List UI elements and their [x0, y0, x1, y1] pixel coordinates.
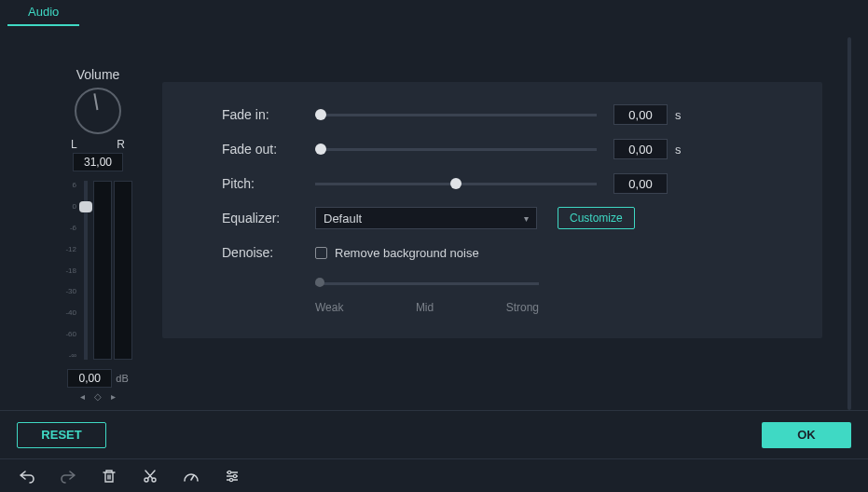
tab-bar: Audio — [0, 0, 868, 26]
denoise-checkbox-label: Remove background noise — [335, 246, 479, 260]
fade-in-slider[interactable] — [315, 105, 597, 124]
denoise-label: Denoise: — [222, 245, 315, 260]
volume-panel: Volume L R 31,00 6 0 -6 -12 -18 -30 -40 … — [47, 67, 149, 402]
redo-icon[interactable] — [60, 468, 76, 485]
main-area: Volume L R 31,00 6 0 -6 -12 -18 -30 -40 … — [0, 26, 868, 408]
pan-right-label: R — [117, 138, 125, 151]
equalizer-select[interactable]: Default ▾ — [315, 207, 537, 229]
fade-out-slider[interactable] — [315, 140, 597, 158]
volume-nav-icons: ◂ ◇ ▸ — [47, 391, 149, 402]
svg-point-3 — [233, 474, 236, 477]
volume-slider[interactable] — [84, 181, 88, 360]
fade-out-input[interactable] — [613, 139, 668, 159]
settings-sliders-icon[interactable] — [224, 468, 241, 485]
pan-knob[interactable] — [75, 88, 121, 134]
pitch-slider[interactable] — [315, 174, 597, 193]
volume-meters: 6 0 -6 -12 -18 -30 -40 -60 -∞ — [47, 181, 149, 363]
reset-button[interactable]: RESET — [17, 422, 106, 448]
pitch-input[interactable] — [613, 173, 668, 194]
settings-panel: Fade in: s Fade out: s Pitch: Equalizer: — [162, 82, 822, 338]
db-value-input[interactable]: 0,00 — [67, 369, 112, 388]
equalizer-value: Default — [324, 212, 362, 226]
volume-slider-thumb[interactable] — [79, 201, 92, 212]
speed-icon[interactable] — [183, 468, 200, 485]
equalizer-label: Equalizer: — [222, 211, 315, 226]
chevron-down-icon: ▾ — [524, 213, 529, 224]
denoise-weak-label: Weak — [315, 301, 343, 314]
denoise-mid-label: Mid — [416, 301, 434, 314]
tab-audio[interactable]: Audio — [7, 0, 79, 26]
denoise-scale-labels: Weak Mid Strong — [315, 301, 539, 314]
fade-out-unit: s — [675, 143, 682, 157]
denoise-strong-label: Strong — [506, 301, 539, 314]
scrollbar[interactable] — [847, 37, 851, 410]
pitch-label: Pitch: — [222, 176, 315, 191]
db-scale: 6 0 -6 -12 -18 -30 -40 -60 -∞ — [63, 181, 78, 360]
bottom-toolbar — [0, 458, 868, 492]
svg-point-4 — [229, 478, 232, 481]
pan-lr-labels: L R — [71, 138, 125, 151]
denoise-slider-thumb[interactable] — [315, 278, 324, 287]
svg-point-2 — [227, 471, 230, 473]
meter-left — [93, 181, 112, 360]
db-unit: dB — [116, 373, 128, 384]
keyframe-icon[interactable]: ◇ — [94, 391, 102, 402]
fade-in-unit: s — [675, 108, 682, 122]
prev-icon[interactable]: ◂ — [80, 391, 85, 402]
fade-in-label: Fade in: — [222, 107, 315, 122]
fade-in-input[interactable] — [613, 104, 668, 125]
footer: RESET OK — [0, 410, 868, 458]
pan-left-label: L — [71, 138, 77, 151]
denoise-slider[interactable] — [315, 277, 539, 292]
customize-button[interactable]: Customize — [558, 207, 635, 229]
cut-icon[interactable] — [142, 468, 158, 485]
pan-value-input[interactable]: 31,00 — [73, 153, 123, 171]
volume-title: Volume — [47, 67, 149, 82]
ok-button[interactable]: OK — [762, 422, 851, 448]
next-icon[interactable]: ▸ — [111, 391, 116, 402]
delete-icon[interactable] — [101, 468, 117, 485]
denoise-checkbox[interactable] — [315, 247, 327, 259]
undo-icon[interactable] — [19, 468, 35, 485]
meter-right — [114, 181, 132, 360]
fade-out-label: Fade out: — [222, 142, 315, 157]
